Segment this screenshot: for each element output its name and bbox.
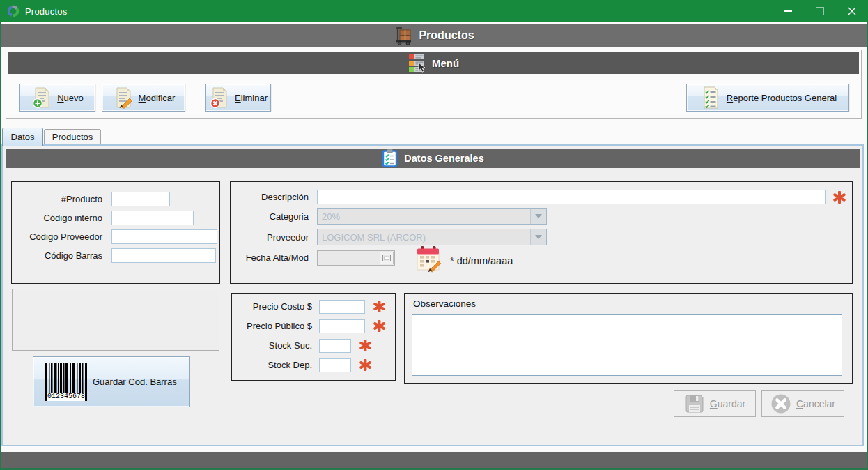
required-asterisk-icon	[373, 301, 385, 312]
precio-costo-input[interactable]	[319, 300, 365, 314]
stock-suc-label: Stock Suc.	[232, 340, 319, 351]
datos-generales-panel: Descripción Categoria 20% Proveedor	[230, 181, 853, 284]
maximize-button[interactable]	[804, 0, 836, 22]
barcode-digits: 012345678	[47, 393, 85, 401]
window-title: Productos	[25, 6, 67, 17]
descripcion-row: Descripción	[231, 188, 852, 206]
categoria-row: Categoria 20%	[231, 206, 852, 227]
hand-truck-icon	[394, 26, 413, 45]
calendar-icon[interactable]	[416, 246, 442, 273]
menu-title-bar: Menú	[8, 52, 859, 74]
tab-page-datos: Datos Generales #Producto Código interno…	[1, 144, 864, 446]
menu-panel: Menú Nuevo	[6, 50, 862, 119]
required-asterisk-icon	[373, 320, 385, 332]
observaciones-panel: Observaciones	[404, 293, 853, 384]
minimize-button[interactable]	[772, 0, 804, 22]
precios-panel: Precio Costo $ Precio Público $ Stock Su…	[231, 293, 396, 381]
cancelar-button[interactable]: Cancelar	[761, 390, 844, 417]
identificadores-panel: #Producto Código interno Código Proveedo…	[11, 181, 220, 284]
guardar-label: Guardar	[710, 398, 745, 409]
stock-dep-row: Stock Dep.	[232, 358, 395, 372]
precio-publico-row: Precio Público $	[232, 319, 395, 333]
window-controls	[772, 0, 868, 22]
cancel-x-icon	[770, 393, 791, 414]
stock-suc-row: Stock Suc.	[232, 338, 395, 353]
preview-panel	[12, 289, 219, 351]
nuevo-label: Nuevo	[57, 93, 84, 103]
mini-calendar-icon	[382, 255, 391, 261]
app-window: Productos Productos	[0, 0, 868, 470]
section-title: Datos Generales	[404, 153, 483, 164]
precio-costo-row: Precio Costo $	[232, 299, 395, 314]
tab-productos-label: Productos	[52, 132, 93, 142]
categoria-combobox[interactable]: 20%	[317, 208, 547, 225]
eliminar-button[interactable]: Eliminar	[205, 84, 271, 112]
codigo-barras-label: Código Barras	[12, 250, 111, 261]
codigo-interno-row: Código interno	[12, 209, 219, 227]
report-checklist-icon	[699, 86, 722, 109]
close-icon	[848, 7, 856, 15]
menu-title: Menú	[432, 57, 459, 69]
modificar-button[interactable]: Modificar	[102, 84, 185, 112]
producto-row: #Producto	[12, 190, 219, 209]
fecha-input[interactable]	[317, 250, 395, 266]
modificar-label: Modificar	[139, 93, 176, 103]
codigo-proveedor-input[interactable]	[111, 229, 217, 244]
observaciones-textarea[interactable]	[412, 314, 842, 376]
precio-costo-label: Precio Costo $	[232, 301, 319, 312]
codigo-barras-row: Código Barras	[12, 246, 219, 265]
guardar-cod-barras-button[interactable]: 012345678 Guardar Cod. Barras	[33, 356, 190, 407]
proveedor-value: LOGICOM SRL (ARCOR)	[322, 232, 426, 243]
fecha-row: Fecha Alta/Mod	[231, 248, 852, 271]
stock-dep-label: Stock Dep.	[232, 360, 319, 370]
tab-datos[interactable]: Datos	[2, 128, 43, 146]
eliminar-label: Eliminar	[235, 93, 268, 103]
proveedor-row: Proveedor LOGICOM SRL (ARCOR)	[231, 227, 852, 248]
required-asterisk-icon	[833, 191, 846, 204]
fecha-picker-button[interactable]	[380, 252, 394, 264]
codigo-interno-label: Código interno	[12, 213, 111, 223]
required-asterisk-icon	[359, 340, 371, 351]
chevron-down-icon	[530, 209, 546, 224]
delete-document-icon	[208, 86, 231, 109]
proveedor-label: Proveedor	[231, 232, 317, 243]
codigo-barras-input[interactable]	[111, 248, 216, 263]
datos-generales-bar: Datos Generales	[6, 149, 860, 168]
edit-document-icon	[112, 86, 134, 109]
stock-suc-input[interactable]	[319, 339, 351, 353]
app-logo-icon	[7, 5, 20, 17]
minimize-icon	[784, 10, 792, 12]
chevron-down-icon	[530, 229, 546, 245]
required-asterisk-icon	[359, 359, 371, 371]
descripcion-label: Descripción	[231, 192, 317, 202]
producto-label: #Producto	[12, 194, 111, 204]
cancelar-label: Cancelar	[796, 398, 835, 409]
categoria-value: 20%	[322, 211, 340, 222]
reporte-productos-general-button[interactable]: Reporte Productos General	[686, 84, 849, 112]
page-title: Productos	[419, 29, 474, 42]
new-document-icon	[31, 86, 53, 109]
window-body: Productos Menú	[1, 22, 867, 468]
codigo-proveedor-label: Código Proveedor	[12, 232, 111, 242]
guardar-cod-barras-label: Guardar Cod. Barras	[93, 377, 177, 387]
close-button[interactable]	[836, 0, 868, 22]
proveedor-combobox[interactable]: LOGICOM SRL (ARCOR)	[317, 229, 547, 245]
tab-productos[interactable]: Productos	[44, 129, 101, 144]
producto-input[interactable]	[111, 192, 170, 206]
clipboard-checklist-icon	[381, 149, 398, 167]
fecha-label: Fecha Alta/Mod	[231, 250, 317, 263]
observaciones-label: Observaciones	[413, 298, 476, 309]
titlebar: Productos	[0, 0, 868, 22]
stock-dep-input[interactable]	[319, 358, 351, 372]
nuevo-button[interactable]: Nuevo	[19, 84, 95, 112]
menu-list-icon	[408, 54, 426, 73]
maximize-icon	[816, 7, 824, 15]
precio-publico-input[interactable]	[319, 319, 365, 333]
guardar-button[interactable]: Guardar	[674, 390, 756, 417]
barcode-icon: 012345678	[45, 363, 87, 401]
precio-publico-label: Precio Público $	[232, 321, 319, 331]
save-floppy-icon	[684, 393, 705, 414]
page-header: Productos	[1, 24, 867, 47]
descripcion-input[interactable]	[317, 190, 826, 204]
codigo-interno-input[interactable]	[111, 211, 194, 225]
